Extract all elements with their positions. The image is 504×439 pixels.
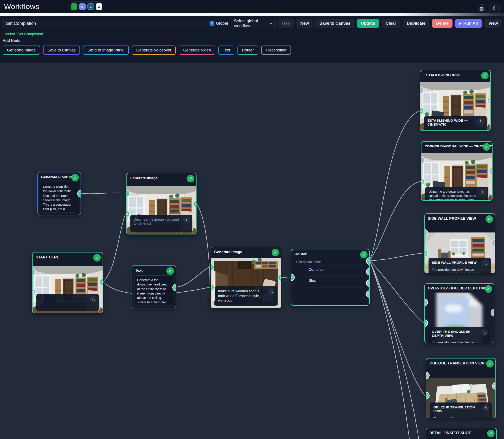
workflow-name-input[interactable] <box>2 19 207 28</box>
enhance-prompt-button[interactable] <box>268 288 275 295</box>
global-workflow-select-value: Select global workflow... <box>234 18 270 28</box>
save-to-canvas-button[interactable]: Save to Canvas <box>315 19 354 28</box>
sparkle-icon <box>479 119 483 124</box>
delete-button[interactable]: Delete <box>432 19 453 28</box>
check-badge: ✓ <box>481 72 489 79</box>
image-icon <box>211 286 213 289</box>
enhance-prompt-button[interactable] <box>481 259 489 267</box>
edge <box>103 214 126 281</box>
add-text-button[interactable]: Text <box>218 46 234 55</box>
node-text[interactable]: Text ✓ Generate a top-down, overhead vie… <box>132 265 176 308</box>
router-output-port-2[interactable] <box>366 268 370 275</box>
add-send-to-image-panel-button[interactable]: Send to Image Panel <box>83 46 129 55</box>
text-textarea[interactable]: Generate a top-down, overhead view of th… <box>134 275 173 306</box>
router-output-port-4[interactable] <box>366 290 370 298</box>
add-placeholder-button[interactable]: Placeholder <box>261 46 291 55</box>
sparkle-icon <box>91 297 96 302</box>
clear-button[interactable]: Clear <box>382 19 400 28</box>
update-button[interactable]: Update <box>357 19 379 28</box>
edge <box>369 261 424 323</box>
view-button[interactable]: View <box>484 19 502 28</box>
add-save-to-canvas-button[interactable]: Save to Canvas <box>43 46 80 55</box>
asterisk-icon <box>368 270 370 274</box>
node-title: OVER-THE-SHOULDER DEPTH VIEW <box>425 284 494 293</box>
image-icon <box>126 212 128 216</box>
prompt-input[interactable]: SIDE WALL PROFILE VIEW The provided top-… <box>428 258 491 273</box>
prompt-input[interactable]: OVER-THE-SHOULDER DEPTH VIEW The provide… <box>428 327 490 343</box>
duplicate-button[interactable]: Duplicate <box>403 19 430 28</box>
global-workflow-select[interactable]: Select global workflow... <box>231 19 276 28</box>
add-node-section: Add Node: Generate Image Save to Canvas … <box>0 37 504 58</box>
router-option-3[interactable] <box>305 287 364 296</box>
prompt-input[interactable]: Using the top-down layout as spatial tru… <box>425 187 488 201</box>
workspace-button-i[interactable]: I <box>71 3 77 10</box>
check-badge: ✓ <box>486 215 493 223</box>
check-badge: ✓ <box>483 143 490 151</box>
use-button[interactable]: Use <box>278 19 294 28</box>
enhance-prompt-button[interactable] <box>477 117 485 125</box>
workspace-switcher: I C E W <box>68 1 105 12</box>
node-title: START HERE <box>33 253 102 262</box>
enhance-prompt-button[interactable] <box>481 329 488 336</box>
top-header: Workflows I C E W ⚙ <box>0 0 504 13</box>
node-generate-floor-plan[interactable]: Generate Floor Plan ✓ Create a simplifie… <box>38 172 81 215</box>
global-checkbox[interactable]: ✓ <box>210 21 214 26</box>
image-icon <box>424 321 426 325</box>
prompt-input[interactable] <box>36 294 99 311</box>
chevron-down-icon <box>270 23 272 24</box>
add-router-button[interactable]: Router <box>238 46 258 55</box>
node-generate-image-2[interactable]: Generate Image ✓ make sure wooden floor … <box>211 247 281 308</box>
image-icon <box>195 202 197 206</box>
node-side-wall-profile[interactable]: SIDE WALL PROFILE VIEW ✓ SIDE WALL PROFI… <box>424 213 495 273</box>
node-generate-image-1[interactable]: Generate Image ✓ Describe the image you … <box>126 173 197 234</box>
workspace-button-c[interactable]: C <box>79 3 86 10</box>
new-button[interactable]: New <box>296 19 313 28</box>
edge <box>369 253 423 261</box>
node-over-the-shoulder[interactable]: OVER-THE-SHOULDER DEPTH VIEW ✓ OVER-THE-… <box>424 283 494 343</box>
node-establishing-wide[interactable]: ESTABLISHING WIDE ✓ ESTABLISHING WIDE — … <box>420 70 491 131</box>
workspace-button-e[interactable]: E <box>87 3 94 10</box>
add-generate-voiceover-button[interactable]: Generate Voiceover <box>132 46 176 55</box>
settings-button[interactable]: ⚙ <box>477 4 486 13</box>
image-icon <box>426 394 428 398</box>
add-generate-image-button[interactable]: Generate Image <box>3 46 40 55</box>
router-option-2[interactable]: Stop <box>305 276 364 285</box>
check-badge: ✓ <box>166 267 174 275</box>
node-title: DETAIL / INSERT SHOT <box>426 428 496 438</box>
workflow-canvas[interactable]: Generate Floor Plan ✓ Create a simplifie… <box>0 63 504 439</box>
node-corner-diagonal-wide[interactable]: CORNER DIAGONAL WIDE — CINEMATIC DEPTH ✓… <box>421 141 492 201</box>
prompt-input[interactable]: Describe the image you want to generate.… <box>130 215 192 232</box>
prompt-input[interactable]: make sure wooden floor is dark wood Euro… <box>215 286 277 306</box>
router-option-4[interactable] <box>305 297 364 305</box>
any-input-port[interactable] <box>291 274 295 281</box>
node-start-here[interactable]: START HERE ✓ T <box>32 252 103 313</box>
enhance-prompt-button[interactable] <box>482 404 490 412</box>
node-title: ESTABLISHING WIDE <box>420 70 490 80</box>
node-oblique-translation[interactable]: OBLIQUE TRANSLATION VIEW ✓ OBLIQUE TRANS… <box>426 358 496 418</box>
router-output-port-3[interactable] <box>366 279 370 287</box>
sparkle-icon <box>482 330 487 335</box>
status-message: Loaded "Set Completion" <box>0 30 504 37</box>
global-checkbox-wrap: ✓ Global <box>210 21 228 26</box>
edge <box>369 181 421 261</box>
prompt-input[interactable]: OBLIQUE TRANSLATION VIEW The provided to… <box>430 402 492 418</box>
node-detail-insert-shot[interactable]: DETAIL / INSERT SHOT ✓ <box>426 428 497 439</box>
global-label: Global <box>216 21 228 26</box>
enhance-prompt-button[interactable] <box>89 296 97 303</box>
node-router[interactable]: Router ✓ Edit option labels Continue Sto… <box>291 249 370 306</box>
run-all-button[interactable]: ▶ Run All <box>455 19 482 28</box>
edge <box>281 277 290 277</box>
enhance-prompt-button[interactable] <box>479 188 486 196</box>
floor-plan-textarea[interactable]: Create a simplified top-down schematic l… <box>40 182 78 212</box>
collapse-panel-button[interactable] <box>488 3 500 14</box>
workspace-button-w[interactable]: W <box>96 3 102 10</box>
check-badge: ✓ <box>487 430 494 437</box>
router-option-1[interactable]: Continue <box>305 265 364 274</box>
image-icon <box>420 109 422 113</box>
node-title: SIDE WALL PROFILE VIEW <box>425 214 495 223</box>
enhance-prompt-button[interactable] <box>183 216 190 224</box>
add-generate-video-button[interactable]: Generate Video <box>179 46 215 55</box>
edge <box>369 111 420 261</box>
asterisk-icon <box>368 259 370 263</box>
prompt-input[interactable]: ESTABLISHING WIDE — CINEMATIC Reconstruc… <box>424 116 487 131</box>
